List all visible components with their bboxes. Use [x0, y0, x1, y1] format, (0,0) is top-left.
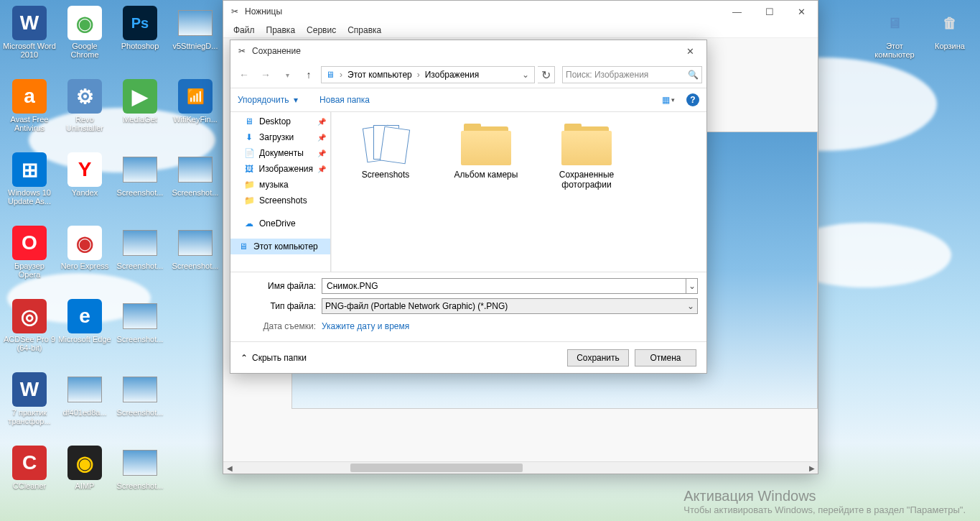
desktop-icon[interactable]: eMicrosoft Edge — [58, 296, 111, 365]
icon-label: Revo Uninstaller — [58, 115, 111, 132]
folder-item[interactable]: Альбом камеры — [447, 124, 526, 180]
desktop-icon[interactable]: OБраузер Opera — [3, 223, 56, 292]
desktop-icon[interactable]: WMicrosoft Word 2010 — [3, 3, 56, 72]
desktop-icon[interactable]: Screenshot... — [113, 443, 167, 512]
desktop-icon[interactable]: 🗑Корзина — [923, 3, 976, 72]
close-button[interactable]: ✕ — [785, 1, 818, 22]
tree-item[interactable]: 📁музыка — [230, 177, 330, 193]
icon-label: WifiKeyFin... — [173, 115, 218, 124]
icon-label: Screenshot... — [117, 188, 164, 197]
icon-label: Windows 10 Update As... — [3, 188, 56, 206]
folder-item[interactable]: Screenshots — [346, 124, 425, 180]
app-icon: a — [12, 79, 47, 114]
desktop-icon[interactable]: v5SttniegD... — [169, 3, 222, 72]
desktop-icon[interactable]: ⊞Windows 10 Update As... — [3, 149, 56, 218]
date-link[interactable]: Укажите дату и время — [322, 321, 409, 331]
desktop-icon[interactable]: ◉Google Chrome — [58, 3, 111, 72]
desktop-icon[interactable]: Screenshot... — [113, 223, 167, 292]
pc-icon[interactable]: 🖥 — [323, 67, 337, 83]
tree-item[interactable]: 🖼Изображения📌 — [230, 161, 330, 177]
desktop-icon[interactable]: Screenshot... — [169, 223, 222, 292]
save-form: Имя файла: ⌄ Тип файла: PNG-файл (Portab… — [230, 272, 706, 341]
scroll-thumb[interactable] — [350, 464, 523, 472]
horizontal-scrollbar[interactable]: ◀ ▶ — [223, 461, 818, 474]
desktop-icon[interactable]: Screenshot... — [113, 149, 167, 218]
recent-dropdown[interactable]: ▾ — [278, 65, 297, 84]
menu-help[interactable]: Справка — [342, 24, 387, 37]
menu-file[interactable]: Файл — [228, 24, 261, 37]
help-button[interactable]: ? — [686, 93, 699, 106]
app-icon: ◉ — [67, 446, 102, 480]
tree-item[interactable]: ⬇Загрузки📌 — [230, 129, 330, 145]
desktop-icon[interactable]: ▶MediaGet — [113, 76, 167, 145]
scissors-icon: ✂ — [236, 45, 248, 57]
folder-item[interactable]: Сохраненные фотографии — [547, 124, 626, 190]
app-icon — [123, 446, 157, 480]
icon-label: Корзина — [935, 42, 965, 50]
hide-folders-button[interactable]: ⌃ Скрыть папки — [241, 353, 307, 363]
filetype-select[interactable]: PNG-файл (Portable Network Graphic) (*.P… — [322, 298, 698, 314]
app-icon — [123, 152, 157, 187]
folder-icon: 📄 — [243, 148, 255, 158]
menu-edit[interactable]: Правка — [261, 24, 302, 37]
desktop-icon[interactable]: PsPhotoshop — [113, 3, 167, 72]
desktop-icon[interactable]: 🖥Этот компьютер — [868, 3, 921, 72]
maximize-button[interactable]: ☐ — [753, 1, 785, 22]
menu-service[interactable]: Сервис — [301, 24, 342, 37]
address-bar[interactable]: 🖥 › Этот компьютер › Изображения ⌄ — [321, 66, 535, 83]
organize-button[interactable]: Упорядочить ▾ — [238, 95, 298, 105]
desktop-icon[interactable]: CCCleaner — [3, 443, 56, 512]
desktop-icon[interactable]: W7 практик трансфор... — [3, 369, 56, 438]
desktop-icon[interactable]: ⚙Revo Uninstaller — [58, 76, 111, 145]
chevron-right-icon[interactable]: › — [415, 70, 422, 80]
icon-label: Screenshot... — [172, 262, 219, 270]
chevron-right-icon[interactable]: › — [337, 70, 345, 80]
back-button[interactable]: ← — [235, 65, 253, 84]
desktop-icon[interactable]: Screenshot... — [169, 149, 222, 218]
app-icon: ◉ — [67, 226, 102, 260]
tree-label: Desktop — [259, 116, 291, 126]
titlebar[interactable]: ✂ Ножницы — ☐ ✕ — [223, 1, 818, 22]
save-titlebar[interactable]: ✂ Сохранение ✕ — [230, 40, 706, 62]
tree-item[interactable]: 📁Screenshots — [230, 193, 330, 208]
desktop-icon[interactable]: Screenshot... — [113, 296, 167, 365]
search-input[interactable]: Поиск: Изображения 🔍 — [562, 66, 702, 83]
scroll-left-arrow[interactable]: ◀ — [223, 462, 235, 474]
icon-label: Avast Free Antivirus — [3, 115, 56, 132]
desktop-icon[interactable]: df401ed8a... — [58, 369, 111, 438]
tree-item[interactable]: 🖥Этот компьютер — [230, 239, 330, 254]
save-title: Сохранение — [252, 46, 301, 56]
tree-item[interactable]: 🖥Desktop📌 — [230, 114, 330, 129]
save-button[interactable]: Сохранить — [567, 349, 629, 366]
save-close-button[interactable]: ✕ — [674, 41, 706, 62]
activation-watermark: Активация Windows Чтобы активировать Win… — [683, 488, 966, 515]
save-dialog: ✂ Сохранение ✕ ← → ▾ ↑ 🖥 › Этот компьюте… — [230, 40, 707, 374]
filename-input[interactable] — [322, 278, 686, 294]
folder-label: Альбом камеры — [454, 170, 518, 180]
filename-dropdown[interactable]: ⌄ — [686, 278, 698, 294]
desktop-icon[interactable]: aAvast Free Antivirus — [3, 76, 56, 145]
desktop-icon[interactable]: ◉Nero Express — [58, 223, 111, 292]
new-folder-button[interactable]: Новая папка — [319, 95, 370, 105]
cancel-button[interactable]: Отмена — [635, 349, 696, 366]
desktop-icon[interactable]: Screenshot... — [113, 369, 167, 438]
app-icon — [178, 6, 213, 40]
minimize-button[interactable]: — — [721, 1, 753, 22]
breadcrumb-pc[interactable]: Этот компьютер — [345, 67, 415, 83]
tree-item[interactable]: ☁OneDrive — [230, 216, 330, 231]
address-dropdown[interactable]: ⌄ — [518, 70, 533, 80]
breadcrumb-pictures[interactable]: Изображения — [422, 67, 482, 83]
desktop-icon[interactable]: 📶WifiKeyFin... — [169, 76, 222, 145]
folder-view[interactable]: ScreenshotsАльбом камерыСохраненные фото… — [331, 112, 706, 272]
desktop-icon[interactable]: YYandex — [58, 149, 111, 218]
desktop-icon[interactable]: ◉AIMP — [58, 443, 111, 512]
tree-label: OneDrive — [259, 218, 296, 229]
view-button[interactable]: ▦ ▾ — [662, 95, 675, 105]
scroll-right-arrow[interactable]: ▶ — [806, 462, 818, 474]
icon-label: Браузер Opera — [3, 262, 56, 279]
refresh-button[interactable]: ↻ — [538, 66, 555, 83]
forward-button[interactable]: → — [256, 65, 275, 84]
tree-item[interactable]: 📄Документы📌 — [230, 145, 330, 161]
desktop-icon[interactable]: ◎ACDSee Pro 9 (64-bit) — [3, 296, 56, 365]
up-button[interactable]: ↑ — [299, 65, 318, 84]
